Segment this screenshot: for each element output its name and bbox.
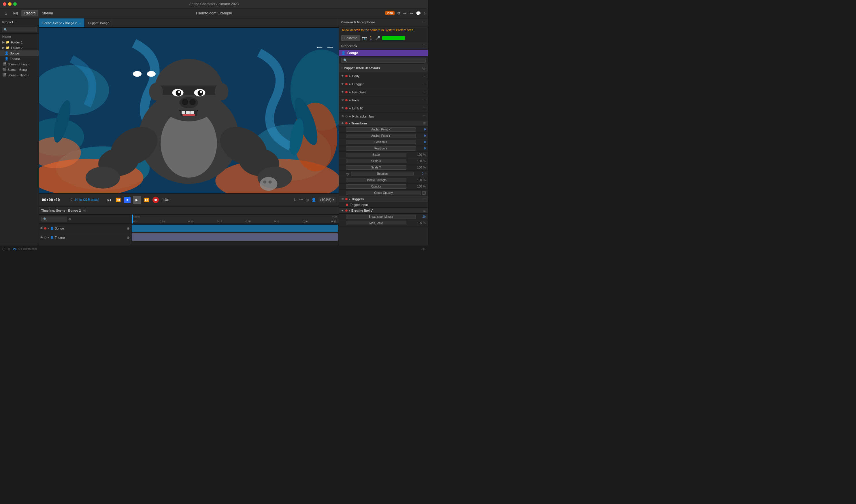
record-menu[interactable]: Record: [21, 10, 38, 16]
expand-nutcracker[interactable]: ▶: [349, 115, 351, 118]
group-opacity-checkbox[interactable]: [422, 191, 426, 195]
menu-limbik[interactable]: ☰: [423, 107, 426, 110]
zoom-control[interactable]: (104%) ▾: [318, 197, 336, 202]
timeline-search[interactable]: [41, 217, 67, 221]
grid-icon[interactable]: ⊞: [305, 198, 309, 202]
breaths-per-min-btn[interactable]: Breaths per Minute: [346, 215, 416, 219]
sidebar-item-scene-bongo[interactable]: 🎬 Scene - Bongo: [0, 61, 39, 67]
scene-tab-menu-icon[interactable]: ☰: [78, 21, 81, 24]
expand-body[interactable]: ▶: [349, 74, 351, 77]
expand-dragger[interactable]: ▶: [349, 83, 351, 86]
track-solo-thorne[interactable]: [44, 236, 47, 239]
layers-footer-icon[interactable]: ⬡: [2, 247, 5, 251]
eye-face[interactable]: 👁: [341, 98, 344, 102]
project-menu-icon[interactable]: ☰: [15, 20, 18, 24]
add-track-icon[interactable]: ⊕: [68, 217, 71, 221]
properties-menu-icon[interactable]: ☰: [423, 44, 426, 48]
eye-eyegaze[interactable]: 👁: [341, 90, 344, 94]
timeline-menu-icon[interactable]: ☰: [83, 209, 86, 212]
behavior-section-header[interactable]: ▾ Puppet Track Behaviors ⊕: [339, 64, 428, 72]
eye-body[interactable]: 👁: [341, 74, 344, 77]
play-button[interactable]: ▶: [133, 196, 141, 204]
scene-tab-active[interactable]: Scene: Scene - Bongo 2 ☰: [39, 18, 85, 28]
export-icon[interactable]: ↑: [424, 11, 426, 16]
timeline-playhead[interactable]: [132, 215, 133, 223]
home-icon[interactable]: ⌂: [2, 10, 9, 17]
add-footer-icon[interactable]: ⊕: [7, 247, 11, 251]
sidebar-item-thorne[interactable]: 👤 Thorne: [0, 56, 39, 61]
stop-button[interactable]: ■: [124, 197, 130, 203]
anchor-x-btn[interactable]: Anchor Point X: [346, 127, 416, 132]
expand-face[interactable]: ▶: [349, 98, 351, 102]
triggers-header[interactable]: 👁 ▾ Triggers ☰: [339, 196, 428, 202]
scale-btn[interactable]: Scale: [346, 152, 406, 157]
expand-transform[interactable]: ▾: [349, 122, 350, 125]
expand-breathe[interactable]: ▾: [349, 209, 350, 212]
rig-menu[interactable]: Rig: [10, 10, 21, 16]
ps-footer-icon[interactable]: Ps: [13, 247, 16, 251]
chat-icon[interactable]: 💬: [416, 11, 421, 16]
menu-dragger[interactable]: ☰: [423, 83, 426, 86]
menu-triggers[interactable]: ☰: [423, 198, 426, 201]
track-expand-thorne[interactable]: ▾: [48, 236, 49, 239]
timeline-ruler[interactable]: frames m:ss 00 0:05 0:10 0:15 0:20 0:25 …: [131, 215, 339, 224]
sidebar-item-scene-thorne[interactable]: 🎬 Scene - Thorne: [0, 72, 39, 78]
record-button[interactable]: [153, 197, 159, 203]
transform-header[interactable]: 👁 ▾ Transform ☰: [339, 120, 428, 126]
person-icon[interactable]: 👤: [311, 198, 316, 202]
position-x-btn[interactable]: Position X: [346, 140, 416, 144]
eye-limbik[interactable]: 👁: [341, 107, 344, 110]
menu-body[interactable]: ☰: [423, 74, 426, 77]
duplicate-icon[interactable]: ⧉: [398, 11, 400, 16]
sidebar-item-folder2[interactable]: ▶ 📁 Folder 2: [0, 45, 39, 50]
track-record-bongo[interactable]: [44, 227, 47, 230]
expand-triggers[interactable]: ▾: [349, 198, 350, 201]
menu-eyegaze[interactable]: ☰: [423, 90, 426, 94]
track-add-thorne[interactable]: ⊕: [127, 236, 130, 240]
close-button[interactable]: [3, 2, 6, 6]
track-expand-bongo[interactable]: ▾: [48, 227, 49, 230]
sidebar-item-folder1[interactable]: ▶ 📁 Folder 1: [0, 39, 39, 45]
puppet-tab[interactable]: Puppet: Bongo: [85, 18, 113, 28]
eye-transform[interactable]: 👁: [341, 122, 344, 125]
opacity-btn[interactable]: Opacity: [346, 184, 406, 188]
eye-nutcracker[interactable]: 👁: [341, 115, 344, 118]
expand-eyegaze[interactable]: ▶: [349, 90, 351, 94]
menu-face[interactable]: ☰: [423, 98, 426, 102]
clip-bongo[interactable]: [132, 224, 338, 232]
undo-icon[interactable]: ↩: [403, 11, 407, 16]
track-add-bongo[interactable]: ⊕: [127, 227, 130, 230]
eye-triggers[interactable]: 👁: [341, 198, 344, 201]
sidebar-item-bongo[interactable]: 👤 Bongo: [0, 50, 39, 56]
scale-y-btn[interactable]: Scale Y: [346, 165, 406, 169]
step-forward-button[interactable]: ⏩: [143, 196, 150, 203]
menu-breathe[interactable]: ☰: [423, 209, 426, 212]
camera-mic-menu-icon[interactable]: ☰: [423, 20, 426, 24]
add-behavior-icon[interactable]: ⊕: [422, 66, 426, 70]
track-eye-thorne[interactable]: 👁: [40, 236, 43, 239]
wave-icon[interactable]: 〜: [299, 197, 303, 202]
redo-icon[interactable]: ↪: [409, 11, 413, 16]
calibrate-button[interactable]: Calibrate: [341, 35, 360, 41]
group-opacity-btn[interactable]: Group Opacity: [346, 191, 421, 195]
track-eye-bongo[interactable]: 👁: [40, 227, 43, 230]
expand-limbik[interactable]: ▶: [349, 107, 351, 110]
rotation-btn[interactable]: Rotation: [351, 172, 414, 176]
max-scale-btn[interactable]: Max Scale: [346, 221, 406, 225]
eye-dragger[interactable]: 👁: [341, 83, 344, 86]
scale-x-btn[interactable]: Scale X: [346, 159, 406, 163]
step-back-button[interactable]: ⏪: [115, 196, 122, 203]
minimize-button[interactable]: [8, 2, 12, 6]
clip-thorne[interactable]: [132, 233, 338, 241]
project-search[interactable]: [2, 27, 37, 32]
maximize-button[interactable]: [13, 2, 17, 6]
eye-breathe[interactable]: 👁: [341, 209, 344, 212]
menu-nutcracker[interactable]: ☰: [423, 115, 426, 118]
handle-strength-btn[interactable]: Handle Strength: [346, 178, 406, 182]
position-y-btn[interactable]: Position Y: [346, 146, 416, 151]
sidebar-item-scene-bongo2[interactable]: 🎬 Scene - Bong...: [0, 67, 39, 72]
stream-menu[interactable]: Stream: [39, 10, 56, 16]
skip-start-button[interactable]: ⏮: [106, 196, 113, 203]
anchor-y-btn[interactable]: Anchor Point Y: [346, 133, 416, 138]
breathe-header[interactable]: 👁 ▾ Breathe [belly] ☰: [339, 208, 428, 214]
